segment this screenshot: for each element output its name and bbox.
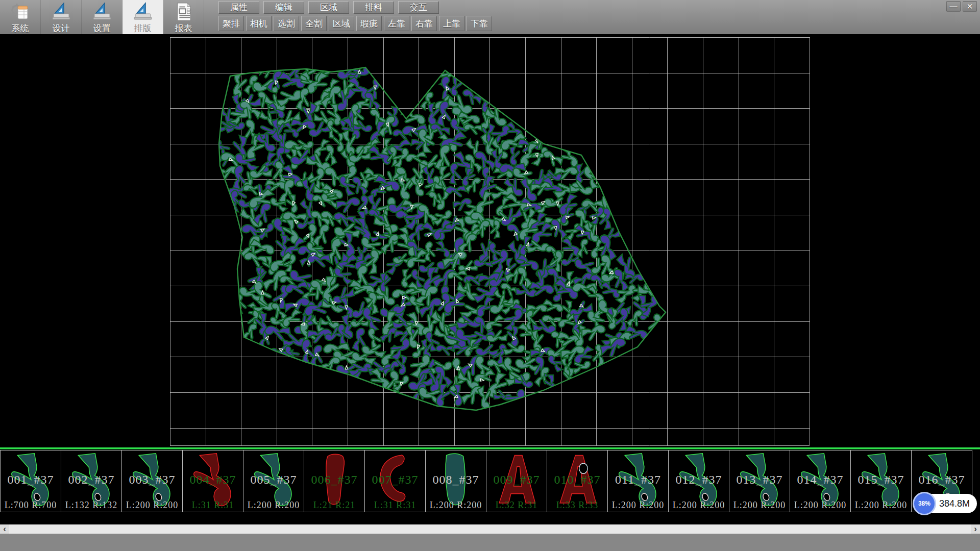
piece-shape xyxy=(311,453,358,509)
piece-shape xyxy=(797,453,844,509)
tab-layout[interactable]: 排版 xyxy=(122,0,163,34)
piece-thumbnail[interactable]: 006_#37L:21 R:21 xyxy=(304,450,365,512)
horizontal-scrollbar[interactable]: ‹ › xyxy=(0,524,980,534)
piece-thumbnail[interactable]: 015_#37L:200 R:200 xyxy=(850,450,912,512)
menu-edit[interactable]: 编辑 xyxy=(263,1,304,14)
ruler-icon xyxy=(92,2,112,22)
minimize-button[interactable]: — xyxy=(946,1,961,12)
piece-thumbnail-strip: 001_#37L:700 R:700002_#37L:132 R:132003_… xyxy=(0,450,980,512)
piece-thumbnail[interactable]: 004_#37L:31 R:31 xyxy=(182,450,243,512)
piece-thumbnail[interactable]: 001_#37L:700 R:700 xyxy=(0,450,61,512)
piece-shape xyxy=(250,453,297,509)
tool-select-cut[interactable]: 选割 xyxy=(274,16,299,31)
tool-cluster-nest[interactable]: 聚排 xyxy=(218,16,244,31)
piece-hole xyxy=(579,463,588,473)
menu-interaction[interactable]: 交互 xyxy=(398,1,439,14)
piece-thumbnail[interactable]: 011_#37L:200 R:200 xyxy=(607,450,669,512)
main-tab-bar: 系统设计设置排版报表 xyxy=(0,0,204,34)
tool-camera[interactable]: 相机 xyxy=(246,16,272,31)
piece-thumbnail[interactable]: 014_#37L:200 R:200 xyxy=(790,450,851,512)
scroll-right-icon[interactable]: › xyxy=(971,524,980,534)
report-icon xyxy=(174,2,193,22)
piece-shape xyxy=(129,453,176,509)
close-button[interactable]: ✕ xyxy=(963,1,977,12)
tab-label: 排版 xyxy=(134,22,152,34)
piece-shape xyxy=(615,453,662,509)
piece-shape xyxy=(68,453,115,509)
piece-thumbnail[interactable]: 009_#37L:32 R:31 xyxy=(486,450,547,512)
menu-nesting[interactable]: 排料 xyxy=(353,1,394,14)
tool-snap-left[interactable]: 左靠 xyxy=(384,16,409,31)
scroll-left-icon[interactable]: ‹ xyxy=(0,524,9,534)
toolbar: 系统设计设置排版报表 属性编辑区域排料交互 聚排相机选割全割区域瑕疵左靠右靠上靠… xyxy=(0,0,980,34)
window-controls: — ✕ xyxy=(944,1,977,12)
strip-separator xyxy=(0,447,980,449)
piece-shape xyxy=(432,453,479,509)
piece-thumbnail[interactable]: 008_#37L:200 R:200 xyxy=(425,450,486,512)
piece-shape xyxy=(736,453,783,509)
workspace: 001_#37L:700 R:700002_#37L:132 R:132003_… xyxy=(0,34,980,524)
piece-shape xyxy=(857,453,904,509)
tab-label: 设置 xyxy=(93,22,111,34)
piece-thumbnail[interactable]: 010_#37L:33 R:33 xyxy=(547,450,608,512)
ruler-icon xyxy=(51,2,71,22)
piece-shape xyxy=(493,453,540,509)
tab-design[interactable]: 设计 xyxy=(41,0,82,34)
menu-bar: 属性编辑区域排料交互 xyxy=(218,1,443,14)
menu-properties[interactable]: 属性 xyxy=(218,1,259,14)
tab-system[interactable]: 系统 xyxy=(0,0,41,34)
menu-region[interactable]: 区域 xyxy=(308,1,349,14)
piece-thumbnail[interactable]: 007_#37L:31 R:31 xyxy=(364,450,426,512)
tool-cut-all[interactable]: 全割 xyxy=(301,16,327,31)
memory-usage-label: 384.8M xyxy=(939,498,970,509)
tool-snap-bottom[interactable]: 下靠 xyxy=(467,16,492,31)
tool-snap-top[interactable]: 上靠 xyxy=(439,16,464,31)
piece-shape xyxy=(372,453,419,509)
tab-label: 报表 xyxy=(175,22,192,34)
progress-indicator: 38% xyxy=(913,492,936,515)
piece-thumbnail[interactable]: 012_#37L:200 R:200 xyxy=(668,450,729,512)
tool-bar: 聚排相机选割全割区域瑕疵左靠右靠上靠下靠 xyxy=(218,16,494,31)
gear-table-icon xyxy=(10,2,31,22)
tool-snap-right[interactable]: 右靠 xyxy=(411,16,437,31)
piece-thumbnail[interactable]: 002_#37L:132 R:132 xyxy=(61,450,122,512)
bottom-bar xyxy=(0,534,980,551)
piece-thumbnail[interactable]: 005_#37L:200 R:200 xyxy=(243,450,304,512)
tool-region[interactable]: 区域 xyxy=(329,16,354,31)
piece-thumbnail[interactable]: 013_#37L:200 R:200 xyxy=(729,450,790,512)
ruler-icon xyxy=(133,2,153,22)
tab-settings[interactable]: 设置 xyxy=(82,0,122,34)
piece-shape xyxy=(189,453,236,509)
piece-thumbnail[interactable]: 003_#37L:200 R:200 xyxy=(121,450,183,512)
application-window: 系统设计设置排版报表 属性编辑区域排料交互 聚排相机选割全割区域瑕疵左靠右靠上靠… xyxy=(0,0,980,551)
piece-shape xyxy=(7,453,54,509)
piece-shape xyxy=(675,453,722,509)
tab-report[interactable]: 报表 xyxy=(163,0,204,34)
tab-label: 系统 xyxy=(12,22,29,34)
tab-label: 设计 xyxy=(53,22,70,34)
piece-shape xyxy=(554,453,601,509)
tool-defect[interactable]: 瑕疵 xyxy=(356,16,382,31)
nesting-canvas[interactable] xyxy=(0,34,980,446)
status-badge: 38% 384.8M xyxy=(914,494,977,513)
